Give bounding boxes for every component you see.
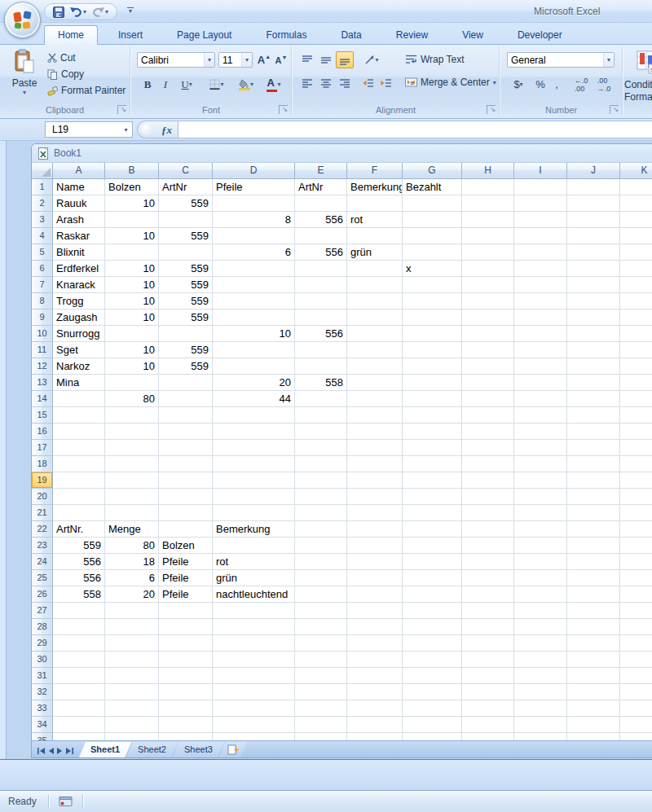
cell-C33[interactable] bbox=[159, 700, 213, 717]
cell-G31[interactable] bbox=[403, 668, 462, 684]
next-sheet-icon[interactable] bbox=[56, 747, 64, 755]
cell-D26[interactable]: nachtleuchtend bbox=[213, 586, 295, 603]
cell-I24[interactable] bbox=[514, 554, 567, 570]
qat-customize-button[interactable]: ▾ bbox=[124, 5, 137, 20]
cell-B4[interactable]: 10 bbox=[105, 228, 159, 244]
cell-G3[interactable] bbox=[403, 212, 462, 228]
cell-C7[interactable]: 559 bbox=[159, 277, 213, 293]
column-header-K[interactable]: K bbox=[620, 163, 652, 179]
cell-A9[interactable]: Zaugash bbox=[53, 309, 105, 326]
cell-K26[interactable] bbox=[620, 586, 652, 603]
cell-G13[interactable] bbox=[403, 375, 462, 391]
cell-J14[interactable] bbox=[567, 391, 620, 407]
cell-E23[interactable] bbox=[295, 538, 347, 554]
cell-C4[interactable]: 559 bbox=[159, 228, 213, 244]
orientation-button[interactable]: ▾ bbox=[359, 51, 384, 68]
cell-H2[interactable] bbox=[462, 195, 514, 212]
cell-F30[interactable] bbox=[347, 652, 403, 668]
cell-F34[interactable] bbox=[347, 717, 403, 733]
row-header-17[interactable]: 17 bbox=[32, 440, 53, 456]
cell-B20[interactable] bbox=[105, 489, 159, 505]
row-header-26[interactable]: 26 bbox=[32, 586, 53, 603]
cell-J19[interactable] bbox=[567, 472, 620, 489]
cell-I31[interactable] bbox=[514, 668, 567, 684]
cell-A19[interactable] bbox=[53, 472, 105, 489]
row-header-9[interactable]: 9 bbox=[32, 309, 53, 326]
align-top-button[interactable] bbox=[298, 51, 316, 68]
cell-B24[interactable]: 18 bbox=[105, 554, 159, 570]
name-box[interactable]: L19 ▾ bbox=[45, 121, 133, 138]
cell-A25[interactable]: 556 bbox=[53, 570, 105, 586]
cell-A20[interactable] bbox=[53, 489, 105, 505]
cell-H30[interactable] bbox=[462, 652, 514, 668]
cell-C18[interactable] bbox=[159, 456, 213, 472]
align-center-button[interactable] bbox=[317, 74, 335, 91]
cell-A23[interactable]: 559 bbox=[53, 538, 105, 554]
cell-F26[interactable] bbox=[347, 586, 403, 603]
cell-K3[interactable] bbox=[620, 212, 652, 228]
formula-input[interactable] bbox=[178, 121, 652, 138]
cell-H14[interactable] bbox=[462, 391, 514, 407]
cell-C23[interactable]: Bolzen bbox=[159, 538, 213, 554]
cell-D9[interactable] bbox=[213, 309, 295, 326]
cell-C13[interactable] bbox=[159, 375, 213, 391]
cell-H10[interactable] bbox=[462, 326, 514, 342]
row-header-2[interactable]: 2 bbox=[32, 195, 53, 212]
cell-A26[interactable]: 558 bbox=[53, 586, 105, 603]
row-header-31[interactable]: 31 bbox=[32, 668, 53, 684]
cell-F32[interactable] bbox=[347, 684, 403, 700]
cell-D16[interactable] bbox=[213, 424, 295, 440]
cell-K19[interactable] bbox=[620, 472, 652, 489]
cell-E31[interactable] bbox=[295, 668, 347, 684]
row-header-23[interactable]: 23 bbox=[32, 538, 53, 554]
cell-B18[interactable] bbox=[105, 456, 159, 472]
cell-H17[interactable] bbox=[462, 440, 514, 456]
cell-F16[interactable] bbox=[347, 424, 403, 440]
cell-I28[interactable] bbox=[514, 619, 567, 635]
row-header-4[interactable]: 4 bbox=[32, 228, 53, 244]
chevron-down-icon[interactable]: ▾ bbox=[120, 122, 132, 137]
cell-G28[interactable] bbox=[403, 619, 462, 635]
cell-J26[interactable] bbox=[567, 586, 620, 603]
cell-I30[interactable] bbox=[514, 652, 567, 668]
cell-J28[interactable] bbox=[567, 619, 620, 635]
cell-D25[interactable]: grün bbox=[213, 570, 295, 586]
copy-button[interactable]: Copy bbox=[47, 68, 84, 80]
cell-I18[interactable] bbox=[514, 456, 567, 472]
cell-I11[interactable] bbox=[514, 342, 567, 358]
align-bottom-button[interactable] bbox=[336, 51, 354, 68]
cell-F10[interactable] bbox=[347, 326, 403, 342]
cell-C12[interactable]: 559 bbox=[159, 358, 213, 375]
font-dialog-launcher[interactable]: ↘ bbox=[279, 105, 288, 114]
cell-A2[interactable]: Rauuk bbox=[53, 195, 105, 212]
cell-D6[interactable] bbox=[213, 261, 295, 277]
cell-F20[interactable] bbox=[347, 489, 403, 505]
row-header-7[interactable]: 7 bbox=[32, 277, 53, 293]
conditional-formatting-button[interactable]: Conditi Formatt bbox=[624, 79, 652, 103]
cell-D11[interactable] bbox=[213, 342, 295, 358]
cell-A8[interactable]: Trogg bbox=[53, 293, 105, 309]
row-header-1[interactable]: 1 bbox=[32, 179, 53, 195]
cell-D4[interactable] bbox=[213, 228, 295, 244]
cell-E29[interactable] bbox=[295, 635, 347, 652]
number-dialog-launcher[interactable]: ↘ bbox=[610, 105, 619, 114]
cell-E34[interactable] bbox=[295, 717, 347, 733]
cell-D13[interactable]: 20 bbox=[213, 375, 295, 391]
cell-E5[interactable]: 556 bbox=[295, 244, 347, 261]
cell-H32[interactable] bbox=[462, 684, 514, 700]
cell-J30[interactable] bbox=[567, 652, 620, 668]
cell-C1[interactable]: ArtNr bbox=[159, 179, 213, 195]
row-header-25[interactable]: 25 bbox=[32, 570, 53, 586]
cell-A21[interactable] bbox=[53, 505, 105, 521]
cell-E28[interactable] bbox=[295, 619, 347, 635]
cell-F23[interactable] bbox=[347, 538, 403, 554]
cell-D14[interactable]: 44 bbox=[213, 391, 295, 407]
ribbon-tab-insert[interactable]: Insert bbox=[104, 25, 156, 45]
cell-K17[interactable] bbox=[620, 440, 652, 456]
cell-J31[interactable] bbox=[567, 668, 620, 684]
cell-F31[interactable] bbox=[347, 668, 403, 684]
row-header-27[interactable]: 27 bbox=[32, 603, 53, 619]
cell-G12[interactable] bbox=[403, 358, 462, 375]
cell-D5[interactable]: 6 bbox=[213, 244, 295, 261]
cell-D2[interactable] bbox=[213, 195, 295, 212]
